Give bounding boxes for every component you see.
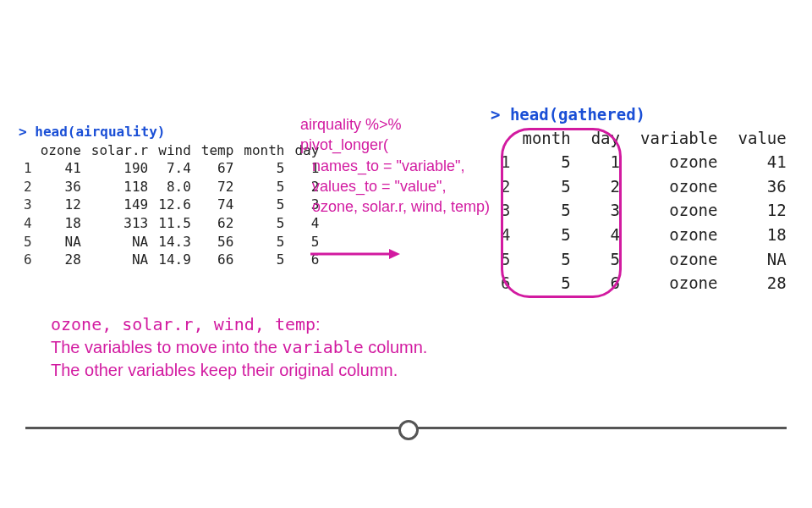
col-temp: temp <box>196 141 239 160</box>
col-month: month <box>239 141 289 160</box>
code-line: ozone, solar.r, wind, temp) <box>300 196 490 217</box>
left-prompt-line: > head(airquality) <box>19 123 324 141</box>
explanation-text: ozone, solar.r, wind, temp: The variable… <box>51 313 427 382</box>
explain-line-1: ozone, solar.r, wind, temp: <box>51 313 427 336</box>
table-row: 628NA14.96656 <box>19 251 324 269</box>
table-row: 353ozone12 <box>491 198 797 223</box>
table-row: 151ozone41 <box>491 150 797 174</box>
table-row: 41831311.56254 <box>19 214 324 233</box>
col-day: day <box>581 126 630 151</box>
progress-slider[interactable] <box>0 415 812 440</box>
code-line: values_to = "value", <box>300 176 490 196</box>
code-line: names_to = "variable", <box>300 156 490 176</box>
gathered-table: month day variable value 151ozone41 252o… <box>491 126 797 295</box>
prompt-symbol: > <box>491 105 510 124</box>
explain-line-2: The variables to move into the variable … <box>51 336 427 359</box>
prompt-symbol: > <box>19 124 35 140</box>
col-wind: wind <box>153 141 196 160</box>
svg-marker-1 <box>389 249 400 259</box>
slider-thumb[interactable] <box>398 420 419 440</box>
table-row: 454ozone18 <box>491 223 797 247</box>
explain-line-3: The other variables keep their original … <box>51 359 427 382</box>
table-row: 656ozone28 <box>491 271 797 295</box>
table-row: 2361188.07252 <box>19 178 324 196</box>
explain-code: ozone, solar.r, wind, temp <box>51 314 315 334</box>
col-solar: solar.r <box>86 141 153 160</box>
airquality-table: ozone solar.r wind temp month day 141190… <box>19 141 324 269</box>
table-row: 555ozoneNA <box>491 247 797 272</box>
right-call: head(gathered) <box>510 105 645 124</box>
right-prompt-line: > head(gathered) <box>491 103 797 126</box>
code-line: airquality %>% <box>300 114 490 135</box>
left-call: head(airquality) <box>35 124 165 140</box>
table-row: 252ozone36 <box>491 174 797 199</box>
table-row: 31214912.67453 <box>19 196 324 214</box>
col-variable: variable <box>630 126 728 151</box>
pivot-longer-code: airquality %>% pivot_longer( names_to = … <box>300 114 490 217</box>
col-month: month <box>512 126 580 151</box>
table-header-row: month day variable value <box>491 126 797 151</box>
left-console-output: > head(airquality) ozone solar.r wind te… <box>19 123 324 269</box>
right-console-output: > head(gathered) month day variable valu… <box>491 103 797 295</box>
arrow-right-icon <box>309 246 402 262</box>
col-value: value <box>728 126 797 151</box>
col-ozone: ozone <box>36 141 86 160</box>
table-row: 5NANA14.35655 <box>19 233 324 251</box>
code-line: pivot_longer( <box>300 135 490 155</box>
table-row: 1411907.46751 <box>19 159 324 178</box>
table-header-row: ozone solar.r wind temp month day <box>19 141 324 160</box>
